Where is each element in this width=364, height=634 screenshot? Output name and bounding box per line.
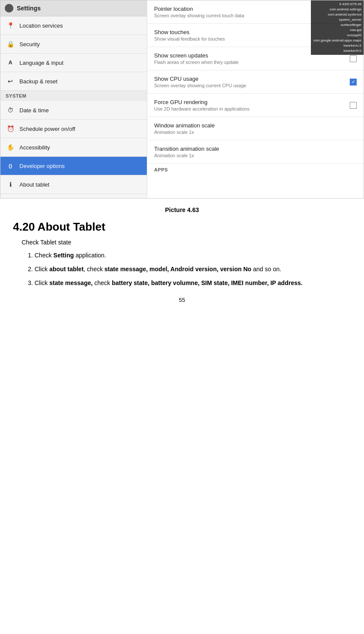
datetime-icon: ⏱ bbox=[6, 105, 15, 115]
list-item-2-bold2: state message, model, Android version, v… bbox=[104, 266, 251, 273]
screenshot: Settings 📍 Location services 🔒 Security … bbox=[0, 0, 364, 199]
caption: Picture 4.63 bbox=[0, 206, 364, 213]
status-line9: kworker/u:2 bbox=[313, 43, 361, 48]
status-bar: 5.43/5:47/5.49 com.android.settings com.… bbox=[311, 0, 364, 55]
status-line8: com.google.android.apps.maps bbox=[313, 38, 361, 43]
sidebar-item-about[interactable]: ℹ About tablet bbox=[0, 175, 147, 194]
sidebar-item-label: Accessibility bbox=[19, 144, 50, 151]
intro-text: Check Tablet state bbox=[22, 238, 342, 247]
status-line6: mts-lpd bbox=[313, 28, 361, 33]
sidebar-item-label: Date & time bbox=[19, 107, 49, 114]
setting-subtitle: Animation scale 1x bbox=[154, 153, 357, 158]
setting-title: Transition animation scale bbox=[154, 146, 357, 152]
status-line2: com.android.settings bbox=[313, 7, 361, 12]
sidebar-item-language[interactable]: A Language & input bbox=[0, 54, 147, 72]
apps-section-header: APPS bbox=[147, 164, 364, 176]
sidebar-item-accessibility[interactable]: ✋ Accessibility bbox=[0, 138, 147, 157]
status-line7: mmoqd/0 bbox=[313, 33, 361, 38]
numbered-list: Check Setting application. Click about t… bbox=[35, 250, 342, 288]
list-item-2: Click about tablet, check state message,… bbox=[35, 264, 342, 275]
sidebar: Settings 📍 Location services 🔒 Security … bbox=[0, 0, 147, 198]
accessibility-icon: ✋ bbox=[6, 143, 15, 152]
setting-title: Force GPU rendering bbox=[154, 99, 350, 105]
list-item-3-bold1: state message, bbox=[49, 279, 92, 286]
setting-title: Show CPU usage bbox=[154, 76, 350, 82]
developer-icon: {} bbox=[6, 161, 15, 171]
sidebar-item-label: Developer options bbox=[19, 163, 65, 169]
sidebar-item-developer[interactable]: {} Developer options bbox=[0, 157, 147, 175]
sidebar-header-title: Settings bbox=[17, 5, 41, 12]
list-item-1: Check Setting application. bbox=[35, 250, 342, 261]
list-item-3: Click state message, check battery state… bbox=[35, 278, 342, 288]
checkbox-show-screen-updates[interactable] bbox=[350, 55, 357, 62]
setting-subtitle: Animation scale 1x bbox=[154, 130, 357, 135]
sidebar-item-label: About tablet bbox=[19, 181, 49, 188]
list-item-3-bold2: battery state, battery volumne, SIM stat… bbox=[112, 279, 303, 286]
setting-force-gpu[interactable]: Force GPU rendering Use 2D hardware acce… bbox=[147, 94, 364, 117]
sidebar-item-datetime[interactable]: ⏱ Date & time bbox=[0, 101, 147, 120]
sidebar-item-security[interactable]: 🔒 Security bbox=[0, 35, 147, 54]
schedule-icon: ⏰ bbox=[6, 124, 15, 133]
settings-icon bbox=[5, 4, 13, 13]
sidebar-item-label: Schedule power on/off bbox=[19, 126, 75, 132]
location-icon: 📍 bbox=[6, 21, 15, 30]
section-heading: 4.20 About Tablet bbox=[13, 220, 351, 234]
sidebar-item-label: Security bbox=[19, 41, 40, 48]
language-icon: A bbox=[6, 58, 15, 67]
setting-subtitle: Flash areas of screen when they update bbox=[154, 60, 350, 65]
list-item-1-bold: Setting bbox=[54, 252, 74, 259]
list-item-2-bold1: about tablet bbox=[49, 266, 83, 273]
backup-icon: ↩ bbox=[6, 76, 15, 86]
status-line10: kworker/0:0 bbox=[313, 48, 361, 54]
setting-subtitle: Use 2D hardware acceleration in applicat… bbox=[154, 106, 350, 111]
setting-show-cpu-usage[interactable]: Show CPU usage Screen overlay showing cu… bbox=[147, 70, 364, 94]
checkbox-show-cpu-usage[interactable] bbox=[350, 79, 357, 86]
setting-subtitle: Screen overlay showing current CPU usage bbox=[154, 83, 350, 88]
status-line4: system_server bbox=[313, 17, 361, 22]
sidebar-item-label: Language & input bbox=[19, 60, 63, 66]
sidebar-item-label: Location services bbox=[19, 22, 63, 29]
sidebar-item-schedule[interactable]: ⏰ Schedule power on/off bbox=[0, 120, 147, 138]
security-icon: 🔒 bbox=[6, 39, 15, 49]
sidebar-header: Settings bbox=[0, 0, 147, 16]
setting-window-animation[interactable]: Window animation scale Animation scale 1… bbox=[147, 117, 364, 140]
status-line3: com.android.systemui bbox=[313, 12, 361, 17]
sidebar-item-label: Backup & reset bbox=[19, 78, 57, 85]
checkbox-force-gpu[interactable] bbox=[350, 102, 357, 109]
system-section-header: SYSTEM bbox=[0, 91, 147, 101]
setting-title: Window animation scale bbox=[154, 122, 357, 129]
about-icon: ℹ bbox=[6, 180, 15, 189]
sidebar-item-backup[interactable]: ↩ Backup & reset bbox=[0, 72, 147, 91]
status-line5: surfaceflinger bbox=[313, 22, 361, 28]
right-panel: 5.43/5:47/5.49 com.android.settings com.… bbox=[147, 0, 364, 198]
sidebar-item-location[interactable]: 📍 Location services bbox=[0, 16, 147, 35]
page-number: 55 bbox=[0, 297, 364, 303]
setting-transition-animation[interactable]: Transition animation scale Animation sca… bbox=[147, 140, 364, 164]
status-line1: 5.43/5:47/5.49 bbox=[313, 2, 361, 7]
